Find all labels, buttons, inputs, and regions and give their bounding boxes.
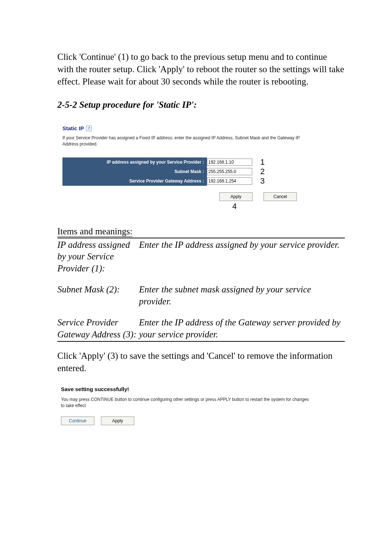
continue-button[interactable]: Continue [61, 416, 94, 425]
form-row-gateway: Service Provider Gateway Address : 3 [62, 176, 340, 186]
callout-1: 1 [260, 157, 265, 167]
cancel-button[interactable]: Cancel [264, 192, 297, 201]
items-term: Service Provider Gateway Address (3): [57, 317, 139, 340]
items-term: IP address assigned by your Service Prov… [57, 239, 139, 275]
callout-3: 3 [260, 176, 265, 186]
items-def: Enter the IP address assigned by your se… [139, 239, 345, 275]
callout-4: 4 [62, 202, 340, 211]
items-def: Enter the IP address of the Gateway serv… [139, 317, 345, 340]
apply-button-2[interactable]: Apply [101, 416, 134, 425]
items-table: IP address assigned by your Service Prov… [57, 238, 345, 342]
input-gateway-address[interactable] [207, 177, 252, 185]
items-row: Service Provider Gateway Address (3): En… [57, 316, 345, 341]
label-gateway-address: Service Provider Gateway Address : [62, 176, 207, 186]
items-heading: Items and meanings: [57, 226, 132, 237]
save-panel: Save setting successfully! You may press… [57, 385, 345, 429]
items-term: Subnet Mask (2): [57, 284, 139, 307]
label-subnet-mask: Subnet Mask : [62, 167, 207, 176]
form-row-subnet: Subnet Mask : 2 [62, 167, 340, 176]
section-heading: 2-5-2 Setup procedure for 'Static IP': [57, 100, 345, 110]
save-title: Save setting successfully! [61, 386, 341, 392]
items-row: Subnet Mask (2): Enter the subnet mask a… [57, 283, 345, 308]
label-ip-address: IP address assigned by your Service Prov… [62, 157, 207, 167]
save-description: You may press CONTINUE button to continu… [61, 397, 311, 409]
items-row: IP address assigned by your Service Prov… [57, 238, 345, 275]
items-def: Enter the subnet mask assigned by your s… [139, 284, 345, 307]
static-ip-form: IP address assigned by your Service Prov… [62, 157, 340, 186]
form-row-ip: IP address assigned by your Service Prov… [62, 157, 340, 167]
static-ip-panel: Static IP ? If your Service Provider has… [57, 120, 345, 213]
intro-paragraph: Click 'Continue' (1) to go back to the p… [57, 51, 345, 87]
input-ip-address[interactable] [207, 159, 252, 166]
static-ip-description: If your Service Provider has assigned a … [62, 135, 302, 147]
callout-2: 2 [260, 167, 265, 176]
after-table-paragraph: Click 'Apply' (3) to save the settings a… [57, 350, 345, 374]
input-subnet-mask[interactable] [207, 168, 252, 175]
apply-button[interactable]: Apply [219, 192, 253, 201]
static-ip-title: Static IP [62, 125, 84, 131]
help-icon[interactable]: ? [86, 126, 92, 131]
